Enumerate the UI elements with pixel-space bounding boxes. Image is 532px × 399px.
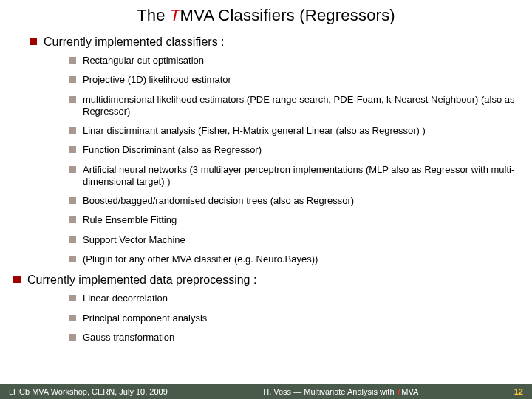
bullet-icon <box>69 334 76 341</box>
title-t: T <box>170 6 180 24</box>
bullet-icon <box>69 127 76 134</box>
bullet-icon <box>69 146 76 153</box>
item-text: Artificial neural networks (3 multilayer… <box>83 164 520 188</box>
item-text: Gauss transformation <box>83 332 520 344</box>
item-text: Principal component analysis <box>83 313 520 324</box>
item-text: Function Discriminant (also as Regressor… <box>83 144 520 156</box>
item-text: Projective (1D) likelihood estimator <box>83 74 520 86</box>
list-item: (Plugin for any other MVA classifier (e.… <box>69 253 520 265</box>
list-item: Function Discriminant (also as Regressor… <box>69 144 520 156</box>
list-item: Artificial neural networks (3 multilayer… <box>69 164 520 188</box>
footer-left: LHCb MVA Workshop, CERN, July 10, 2009 <box>9 387 168 396</box>
list-item: Gauss transformation <box>69 332 520 344</box>
list-item: Support Vector Machine <box>69 234 520 246</box>
bullet-icon <box>30 38 37 45</box>
item-text: Linar discirminant analysis (Fisher, H-M… <box>83 125 520 137</box>
list-item: Boosted/bagged/randomised decision trees… <box>69 195 520 207</box>
bullet-icon <box>69 256 76 262</box>
bullet-icon <box>69 57 76 64</box>
section-heading-1: Currently implemented classifiers : <box>30 35 520 49</box>
section-heading-2: Currently implemented data preprocessing… <box>13 273 520 287</box>
page-number: 12 <box>514 387 523 396</box>
footer-center-pre: H. Voss ― Multivariate Analysis with <box>263 387 396 396</box>
title-rule <box>0 30 532 30</box>
content-area: Currently implemented classifiers : Rect… <box>0 35 532 344</box>
item-text: multidimensional likelihood estimators (… <box>83 94 520 118</box>
title-prefix: The <box>137 6 170 24</box>
item-text: (Plugin for any other MVA classifier (e.… <box>83 253 520 265</box>
bullet-icon <box>69 96 76 103</box>
bullet-icon <box>69 315 76 321</box>
bullet-icon <box>13 276 21 283</box>
item-text: Boosted/bagged/randomised decision trees… <box>83 195 520 207</box>
list-item: Projective (1D) likelihood estimator <box>69 74 520 86</box>
section2-label: Currently implemented data preprocessing… <box>27 273 256 287</box>
title-rest: MVA Classifiers (Regressors) <box>180 6 395 24</box>
bullet-icon <box>69 295 76 301</box>
item-text: Support Vector Machine <box>83 234 520 246</box>
list-item: Principal component analysis <box>69 313 520 324</box>
item-text: Linear decorrelation <box>83 293 520 304</box>
item-text: Rule Ensemble Fitting <box>83 214 520 226</box>
bullet-icon <box>69 76 76 83</box>
list-item: Rectangular cut optimisation <box>69 55 520 66</box>
footer-center-post: MVA <box>401 387 418 396</box>
list-item: Rule Ensemble Fitting <box>69 214 520 226</box>
list-item: Linar discirminant analysis (Fisher, H-M… <box>69 125 520 137</box>
list-item: Linear decorrelation <box>69 293 520 304</box>
item-text: Rectangular cut optimisation <box>83 55 520 66</box>
bullet-icon <box>69 216 76 223</box>
bullet-icon <box>69 197 76 204</box>
footer-center: H. Voss ― Multivariate Analysis with TMV… <box>168 387 514 396</box>
footer-bar: LHCb MVA Workshop, CERN, July 10, 2009 H… <box>0 384 532 399</box>
list-item: multidimensional likelihood estimators (… <box>69 94 520 118</box>
section1-label: Currently implemented classifiers : <box>44 35 225 49</box>
slide-title: The TMVA Classifiers (Regressors) <box>0 0 532 28</box>
bullet-icon <box>69 166 76 173</box>
bullet-icon <box>69 236 76 243</box>
